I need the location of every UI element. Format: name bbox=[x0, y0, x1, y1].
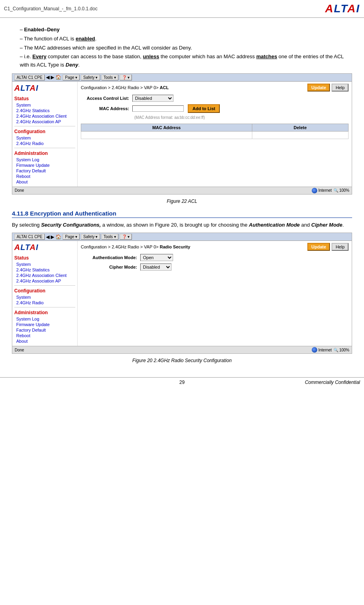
ie-safety-menu-fig20[interactable]: Safety ▾ bbox=[81, 234, 100, 240]
ie-zoom-fig20[interactable]: 🔍 100% bbox=[334, 348, 349, 352]
sidebar-stats-fig22[interactable]: 2.4GHz Statistics bbox=[14, 108, 75, 113]
sidebar-factory-fig22[interactable]: Factory Default bbox=[14, 168, 75, 174]
breadcrumb-buttons-fig22: Update Help bbox=[307, 84, 349, 92]
sidebar-config-label-fig20: Configuration bbox=[14, 288, 75, 294]
ie-home-icon[interactable]: 🏠 bbox=[55, 74, 61, 80]
confidential-text: Commercially Confidential bbox=[241, 380, 360, 385]
auth-mode-row-fig20: Authentication Mode: Open Shared WPA WPA… bbox=[81, 254, 349, 261]
main-content: Enabled–Deny The function of ACL is enab… bbox=[0, 22, 364, 373]
breadcrumb-buttons-fig20: Update Help bbox=[307, 243, 349, 251]
breadcrumb-row-fig22: Configuration > 2.4GHz Radio > VAP 0> AC… bbox=[81, 84, 349, 92]
figure20-browser: ALTAI C1 CPE ◀ ▶ 🏠 Page ▾ Safety ▾ Tools… bbox=[12, 233, 352, 354]
sidebar-stats-fig20[interactable]: 2.4GHz Statistics bbox=[14, 267, 75, 273]
acl-enabled-text: enabled bbox=[76, 36, 95, 42]
sidebar-system-fig22[interactable]: System bbox=[14, 102, 75, 108]
ie-help-menu-fig20[interactable]: ❓ ▾ bbox=[120, 234, 132, 240]
section3-list: Enabled–Deny The function of ACL is enab… bbox=[12, 26, 352, 69]
ie-zoom-fig22[interactable]: 🔍 100% bbox=[334, 188, 349, 193]
ie-tools-menu-fig20[interactable]: Tools ▾ bbox=[101, 234, 118, 240]
section-4118-title: 4.11.8 Encryption and Authentication bbox=[12, 210, 352, 218]
sidebar-reboot-fig22[interactable]: Reboot bbox=[14, 174, 75, 179]
mac-row-fig22: MAC Address: Add to List bbox=[81, 104, 349, 113]
filename: C1_Configuration_Manual_-_fm_1.0.0.1.doc bbox=[4, 6, 97, 11]
ie-help-menu[interactable]: ❓ ▾ bbox=[120, 74, 132, 80]
cipher-select-fig20[interactable]: Disabled TKIP AES TKIP+AES bbox=[140, 263, 172, 271]
every-text: Every bbox=[32, 53, 46, 59]
sidebar-assoc-client-fig20[interactable]: 2.4GHz Association Client bbox=[14, 273, 75, 278]
sidebar-config-system-fig20[interactable]: System bbox=[14, 294, 75, 300]
ie-status-bar-fig20: Done Internet 🔍 100% bbox=[12, 346, 352, 353]
table-header-delete: Delete bbox=[252, 124, 348, 131]
ie-tab-fig20[interactable]: ALTAI C1 CPE bbox=[14, 234, 45, 240]
table-row-empty bbox=[81, 131, 349, 139]
sidebar-assoc-ap-fig22[interactable]: 2.4GHz Association AP bbox=[14, 119, 75, 124]
sidebar-reboot-fig20[interactable]: Reboot bbox=[14, 333, 75, 338]
app-layout-fig22: ALTAI Status System 2.4GHz Statistics 2.… bbox=[12, 82, 352, 187]
ie-status-right-fig22: Internet 🔍 100% bbox=[312, 188, 349, 193]
ie-page-menu-fig20[interactable]: Page ▾ bbox=[63, 234, 80, 240]
ie-internet-badge-fig20: Internet bbox=[312, 347, 332, 353]
sidebar-status-label-fig22: Status bbox=[14, 96, 75, 101]
breadcrumb-row-fig20: Configuration > 2.4GHz Radio > VAP 0> Ra… bbox=[81, 243, 349, 251]
ie-page-menu[interactable]: Page ▾ bbox=[63, 74, 80, 80]
breadcrumb-text-fig22: Configuration > 2.4GHz Radio > VAP 0> AC… bbox=[81, 85, 169, 90]
sidebar-syslog-fig20[interactable]: System Log bbox=[14, 316, 75, 322]
acl-select-fig22[interactable]: Disabled Enabled-Accept Enabled-Deny bbox=[132, 95, 173, 102]
ie-internet-label-fig22: Internet bbox=[318, 188, 332, 193]
table-cell-mac-empty bbox=[81, 131, 252, 139]
ie-safety-menu[interactable]: Safety ▾ bbox=[81, 74, 100, 80]
sidebar-syslog-fig22[interactable]: System Log bbox=[14, 157, 75, 162]
sidebar-divider1-fig20 bbox=[14, 285, 75, 286]
ie-status-text-fig20: Done bbox=[15, 348, 24, 352]
doc-header: C1_Configuration_Manual_-_fm_1.0.0.1.doc… bbox=[0, 0, 364, 18]
mac-hint-row-fig22: (MAC Address format: aa:bb:cc:dd:ee:ff) bbox=[81, 115, 349, 120]
mac-input-fig22[interactable] bbox=[132, 105, 184, 112]
matches-text: matches bbox=[256, 53, 277, 59]
ie-back-icon[interactable]: ◀ bbox=[46, 74, 50, 80]
globe-icon-fig20 bbox=[312, 347, 317, 353]
sidebar-firmware-fig22[interactable]: Firmware Update bbox=[14, 162, 75, 168]
sidebar-factory-fig20[interactable]: Factory Default bbox=[14, 327, 75, 333]
section3-heading-text: Enabled–Deny bbox=[24, 27, 60, 32]
mac-hint-text-fig22: (MAC Address format: aa:bb:cc:dd:ee:ff) bbox=[134, 115, 205, 120]
section-4118: 4.11.8 Encryption and Authentication By … bbox=[12, 210, 352, 229]
ie-tab-fig22[interactable]: ALTAI C1 CPE bbox=[14, 74, 45, 80]
cipher-label-fig20: Cipher Mode: bbox=[81, 265, 140, 269]
ie-forward-icon-fig20[interactable]: ▶ bbox=[51, 234, 54, 240]
sidebar-admin-label-fig22: Administration bbox=[14, 151, 75, 156]
sidebar-status-label-fig20: Status bbox=[14, 255, 75, 261]
sidebar-fig22: ALTAI Status System 2.4GHz Statistics 2.… bbox=[12, 82, 78, 187]
sidebar-about-fig20[interactable]: About bbox=[14, 338, 75, 344]
sidebar-firmware-fig20[interactable]: Firmware Update bbox=[14, 322, 75, 327]
sidebar-about-fig22[interactable]: About bbox=[14, 179, 75, 185]
sidebar-divider2-fig20 bbox=[14, 307, 75, 307]
add-to-list-button-fig22[interactable]: Add to List bbox=[188, 104, 220, 113]
sidebar-assoc-ap-fig20[interactable]: 2.4GHz Association AP bbox=[14, 278, 75, 284]
ie-internet-label-fig20: Internet bbox=[318, 348, 332, 352]
figure20-caption: Figure 20 2.4GHz Radio Security Configur… bbox=[12, 358, 352, 363]
help-button-fig22[interactable]: Help bbox=[332, 84, 349, 92]
auth-mode-select-fig20[interactable]: Open Shared WPA WPA-PSK WPA2 WPA2-PSK bbox=[140, 254, 173, 261]
help-button-fig20[interactable]: Help bbox=[332, 243, 349, 251]
sidebar-logo-fig20: ALTAI bbox=[14, 243, 75, 252]
ie-home-icon-fig20[interactable]: 🏠 bbox=[55, 234, 61, 240]
ie-left-icons: ALTAI C1 CPE ◀ ▶ 🏠 Page ▾ Safety ▾ Tools… bbox=[14, 74, 132, 80]
update-button-fig22[interactable]: Update bbox=[307, 84, 330, 92]
sidebar-logo-fig22: ALTAI bbox=[14, 84, 75, 93]
security-config-text: Security Configurations, bbox=[41, 222, 101, 228]
sidebar-config-system-fig22[interactable]: System bbox=[14, 135, 75, 141]
app-layout-fig20: ALTAI Status System 2.4GHz Statistics 2.… bbox=[12, 241, 352, 346]
sidebar-assoc-client-fig22[interactable]: 2.4GHz Association Client bbox=[14, 113, 75, 119]
ie-back-icon-fig20[interactable]: ◀ bbox=[46, 234, 50, 240]
unless-text: unless bbox=[143, 53, 159, 59]
update-button-fig20[interactable]: Update bbox=[307, 243, 330, 251]
ie-tools-menu[interactable]: Tools ▾ bbox=[101, 74, 118, 80]
breadcrumb-text-fig20: Configuration > 2.4GHz Radio > VAP 0> Ra… bbox=[81, 244, 190, 249]
cipher-mode-text: Cipher Mode bbox=[311, 222, 343, 228]
ie-forward-icon[interactable]: ▶ bbox=[51, 74, 54, 80]
sidebar-config-radio-fig22[interactable]: 2.4GHz Radio bbox=[14, 141, 75, 146]
sidebar-config-radio-fig20[interactable]: 2.4GHz Radio bbox=[14, 300, 75, 305]
ie-toolbar-fig22: ALTAI C1 CPE ◀ ▶ 🏠 Page ▾ Safety ▾ Tools… bbox=[12, 74, 352, 82]
auth-form-fig20: Authentication Mode: Open Shared WPA WPA… bbox=[81, 254, 349, 271]
sidebar-system-fig20[interactable]: System bbox=[14, 261, 75, 267]
